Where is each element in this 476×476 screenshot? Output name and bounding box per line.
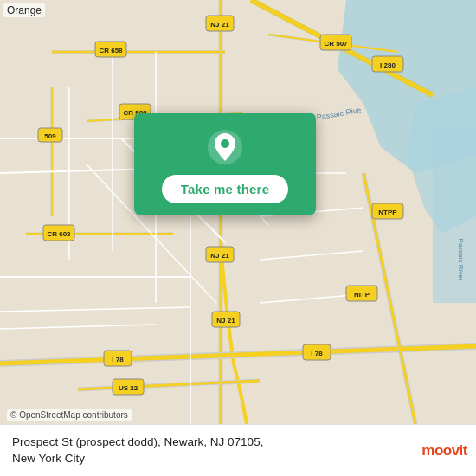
svg-text:I 280: I 280	[380, 61, 396, 69]
map-container: CR 658 NJ 21 CR 507 I 280 509 CR 508 CR …	[0, 0, 476, 424]
moovit-name: moovit	[421, 442, 467, 460]
svg-text:NITP: NITP	[354, 291, 370, 299]
svg-text:I 78: I 78	[311, 350, 323, 357]
svg-text:CR 603: CR 603	[47, 230, 71, 238]
osm-credit: © OpenStreetMap contributors	[7, 409, 132, 421]
address-line1: Prospect St (prospect dodd), Newark, NJ …	[12, 435, 263, 448]
svg-text:NТРР: NТРР	[378, 209, 397, 216]
svg-text:509: 509	[44, 132, 56, 140]
svg-text:CR 507: CR 507	[324, 40, 348, 48]
address-line2: New York City	[12, 452, 85, 465]
moovit-logo: moovit	[415, 442, 467, 460]
take-me-there-button[interactable]: Take me there	[162, 175, 288, 203]
svg-text:NJ 21: NJ 21	[210, 252, 229, 260]
svg-text:US 22: US 22	[119, 384, 138, 392]
svg-text:I 78: I 78	[112, 356, 124, 363]
svg-text:NJ 21: NJ 21	[210, 21, 229, 29]
svg-rect-3	[433, 130, 476, 303]
orange-label: Orange	[3, 3, 45, 17]
address-text: Prospect St (prospect dodd), Newark, NJ …	[12, 434, 415, 467]
svg-text:NJ 21: NJ 21	[216, 317, 235, 325]
location-pin-icon	[206, 128, 244, 166]
location-card: Take me there	[134, 113, 316, 215]
bottom-bar: Prospect St (prospect dodd), Newark, NJ …	[0, 424, 476, 476]
svg-text:Passaic River: Passaic River	[457, 239, 465, 281]
svg-point-71	[221, 139, 229, 148]
svg-text:CR 658: CR 658	[99, 47, 123, 55]
